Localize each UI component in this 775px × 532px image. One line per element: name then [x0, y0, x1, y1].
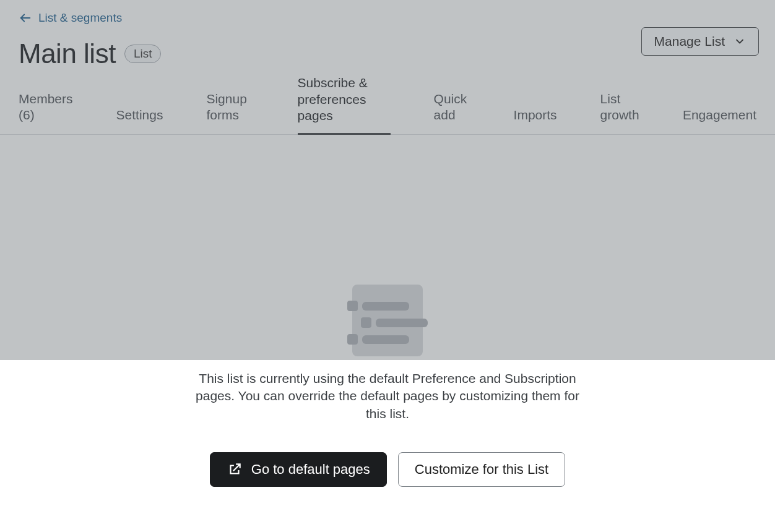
page-top-region: List & segments Main list List Manage Li… — [0, 0, 775, 360]
tab-label: List growth — [600, 92, 639, 122]
tab-imports[interactable]: Imports — [514, 107, 557, 134]
tab-signup-forms[interactable]: Signup forms — [206, 91, 254, 135]
tab-settings[interactable]: Settings — [116, 107, 163, 134]
button-label: Customize for this List — [415, 461, 548, 478]
tab-members[interactable]: Members (6) — [19, 91, 73, 135]
go-to-default-pages-button[interactable]: Go to default pages — [210, 452, 387, 487]
button-label: Go to default pages — [251, 461, 370, 478]
tab-label: Signup forms — [206, 92, 246, 122]
arrow-left-icon — [19, 11, 32, 25]
tab-label: Settings — [116, 108, 163, 122]
breadcrumb-label: List & segments — [38, 11, 122, 25]
tab-bar: Members (6) Settings Signup forms Subscr… — [0, 80, 775, 135]
customize-for-list-button[interactable]: Customize for this List — [398, 452, 565, 487]
tab-subscribe-preferences[interactable]: Subscribe & preferences pages — [298, 75, 391, 135]
chevron-down-icon — [734, 35, 746, 48]
tab-engagement[interactable]: Engagement — [683, 107, 756, 134]
empty-state-panel: This list is currently using the default… — [0, 360, 775, 487]
tab-label: Quick add — [434, 92, 467, 122]
list-type-badge: List — [124, 45, 162, 63]
page-title: Main list — [19, 38, 116, 69]
manage-list-button[interactable]: Manage List — [641, 27, 759, 56]
tab-quick-add[interactable]: Quick add — [434, 91, 470, 135]
empty-state-description: This list is currently using the default… — [189, 370, 586, 423]
empty-state-illustration — [347, 285, 428, 365]
tab-label: Engagement — [683, 108, 756, 122]
page-header: List & segments Main list List Manage Li… — [0, 0, 775, 69]
tab-list-growth[interactable]: List growth — [600, 91, 639, 135]
tab-label: Subscribe & preferences pages — [298, 75, 368, 122]
external-link-icon — [227, 461, 243, 478]
empty-state-actions: Go to default pages Customize for this L… — [0, 452, 775, 487]
manage-list-label: Manage List — [654, 34, 725, 49]
breadcrumb-back[interactable]: List & segments — [19, 11, 122, 25]
tab-label: Members (6) — [19, 92, 73, 122]
tab-label: Imports — [514, 108, 557, 122]
